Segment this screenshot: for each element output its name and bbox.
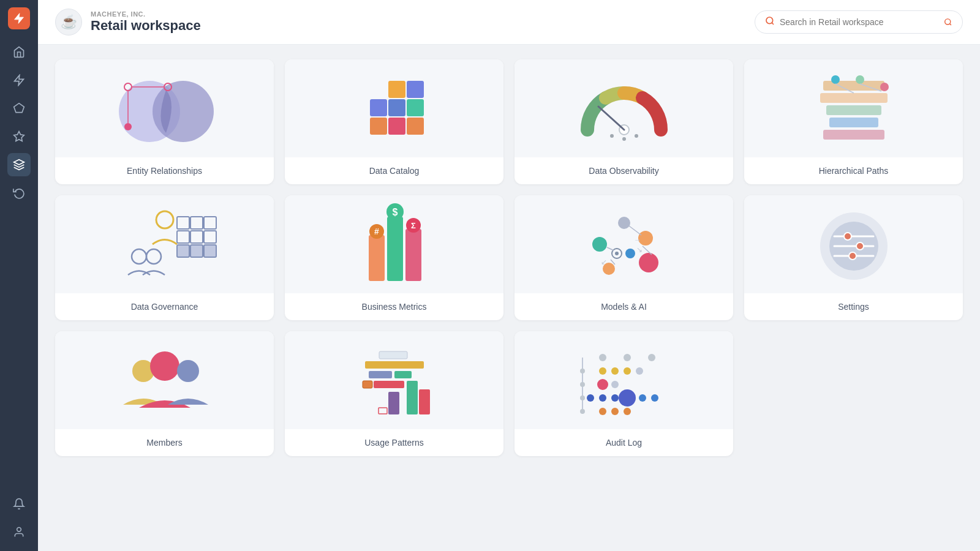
svg-point-60 <box>618 217 630 229</box>
svg-point-13 <box>124 123 132 130</box>
card-data-catalog[interactable]: Data Catalog <box>285 59 503 184</box>
svg-point-97 <box>624 354 631 361</box>
card-data-governance[interactable]: Data Governance <box>55 195 274 320</box>
svg-rect-93 <box>419 389 430 414</box>
card-label-audit: Audit Log <box>514 429 733 456</box>
svg-rect-86 <box>379 351 407 359</box>
svg-point-28 <box>635 134 638 138</box>
svg-point-111 <box>599 408 606 415</box>
svg-marker-0 <box>15 75 24 86</box>
svg-point-61 <box>592 237 607 252</box>
svg-rect-87 <box>365 361 424 369</box>
svg-text:Σ: Σ <box>411 221 416 230</box>
svg-line-6 <box>772 23 774 24</box>
card-label-observability: Data Observability <box>514 157 733 184</box>
card-data-observability[interactable]: Data Observability <box>514 59 733 184</box>
svg-rect-23 <box>407 118 424 135</box>
svg-text:$: $ <box>392 207 398 217</box>
cards-grid-container: Entity Relationships <box>38 45 980 551</box>
svg-text:#: # <box>374 227 379 236</box>
header-left: ☕ MACHEYE, INC. Retail workspace <box>55 9 201 36</box>
svg-point-110 <box>651 394 658 402</box>
svg-rect-18 <box>370 99 387 116</box>
workspace-avatar: ☕ <box>55 9 82 36</box>
svg-marker-1 <box>14 103 24 113</box>
search-submit-icon <box>944 17 952 27</box>
svg-point-99 <box>599 367 606 375</box>
svg-text:↙: ↙ <box>601 258 607 266</box>
svg-rect-47 <box>190 245 203 257</box>
svg-point-106 <box>599 394 606 402</box>
svg-point-105 <box>587 394 594 402</box>
svg-rect-30 <box>820 93 888 103</box>
svg-text:→: → <box>634 236 641 244</box>
svg-rect-32 <box>829 118 878 127</box>
card-models-ai[interactable]: → ↙ ↘ Models & AI <box>514 195 733 320</box>
avatar-icon: ☕ <box>61 14 77 30</box>
card-label-governance: Data Governance <box>55 293 274 320</box>
svg-marker-3 <box>14 160 24 165</box>
search-input[interactable] <box>780 17 939 27</box>
sidebar-item-bell[interactable] <box>7 492 31 515</box>
card-settings[interactable]: Settings <box>744 195 963 320</box>
card-label-usage: Usage Patterns <box>285 429 503 456</box>
svg-point-64 <box>639 253 658 272</box>
svg-rect-40 <box>177 217 189 229</box>
sidebar-item-history[interactable] <box>7 181 31 204</box>
sidebar-item-layers[interactable] <box>7 153 31 176</box>
svg-rect-17 <box>388 118 405 135</box>
svg-rect-51 <box>369 235 385 281</box>
card-label-members: Members <box>55 429 274 456</box>
search-icon <box>765 16 775 28</box>
app-logo[interactable] <box>8 7 30 29</box>
sidebar-item-home[interactable] <box>7 40 31 64</box>
card-audit-log[interactable]: Audit Log <box>514 331 733 456</box>
sidebar-item-diamond[interactable] <box>7 97 31 120</box>
svg-point-107 <box>611 394 619 402</box>
header: ☕ MACHEYE, INC. Retail workspace <box>38 0 980 45</box>
svg-point-50 <box>146 249 161 264</box>
svg-rect-42 <box>204 217 216 229</box>
svg-rect-43 <box>177 231 189 243</box>
card-members[interactable]: Members <box>55 331 274 456</box>
card-label-metrics: Business Metrics <box>285 293 503 320</box>
svg-rect-48 <box>204 245 216 257</box>
svg-point-27 <box>622 137 626 141</box>
cards-grid: Entity Relationships <box>55 59 963 456</box>
svg-point-98 <box>648 354 655 361</box>
svg-rect-95 <box>379 408 387 414</box>
svg-rect-89 <box>394 371 412 378</box>
svg-point-65 <box>625 249 635 258</box>
svg-point-11 <box>124 83 132 91</box>
svg-text:↘: ↘ <box>636 246 643 254</box>
svg-point-84 <box>150 351 179 381</box>
svg-rect-19 <box>388 99 405 116</box>
card-label-catalog: Data Catalog <box>285 157 503 184</box>
svg-point-49 <box>132 249 146 264</box>
svg-rect-33 <box>823 130 884 140</box>
card-label-settings: Settings <box>744 293 963 320</box>
svg-point-80 <box>844 233 851 240</box>
sidebar-item-star[interactable] <box>7 125 31 148</box>
svg-line-69 <box>607 247 614 250</box>
svg-rect-88 <box>369 371 392 378</box>
card-usage-patterns[interactable]: Usage Patterns <box>285 331 503 456</box>
svg-marker-2 <box>14 132 24 141</box>
card-visual-governance <box>55 195 274 293</box>
card-hierarchical-paths[interactable]: Hierarchical Paths <box>744 59 963 184</box>
svg-point-112 <box>611 408 619 415</box>
svg-point-4 <box>17 528 21 532</box>
org-name: MACHEYE, INC. <box>91 10 201 18</box>
svg-point-104 <box>611 381 619 388</box>
svg-point-34 <box>831 75 840 84</box>
card-label-entity: Entity Relationships <box>55 157 274 184</box>
svg-rect-16 <box>370 118 387 135</box>
card-entity-relationships[interactable]: Entity Relationships <box>55 59 274 184</box>
sidebar-item-user[interactable] <box>7 520 31 544</box>
card-visual-usage <box>285 331 503 429</box>
sidebar-item-lightning[interactable] <box>7 69 31 92</box>
svg-point-35 <box>856 75 864 84</box>
card-visual-metrics: $ Σ # <box>285 195 503 293</box>
card-business-metrics[interactable]: $ Σ # Business Metrics <box>285 195 503 320</box>
search-bar[interactable] <box>755 10 963 34</box>
